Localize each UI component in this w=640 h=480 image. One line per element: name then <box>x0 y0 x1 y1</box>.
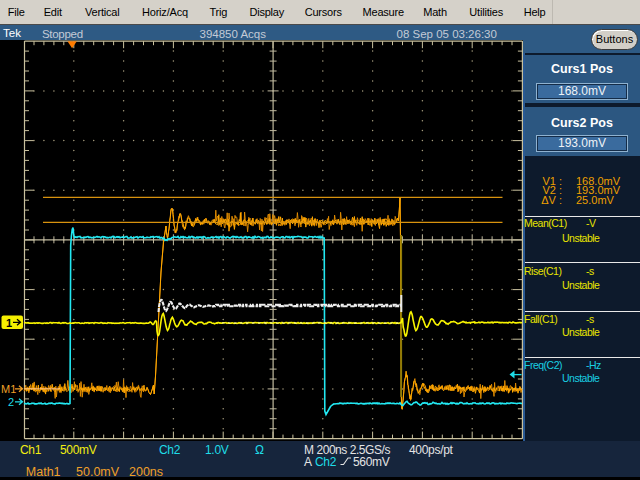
svg-text:M1: M1 <box>1 383 16 395</box>
svg-text:2: 2 <box>8 396 14 408</box>
svg-text:1: 1 <box>6 317 12 329</box>
